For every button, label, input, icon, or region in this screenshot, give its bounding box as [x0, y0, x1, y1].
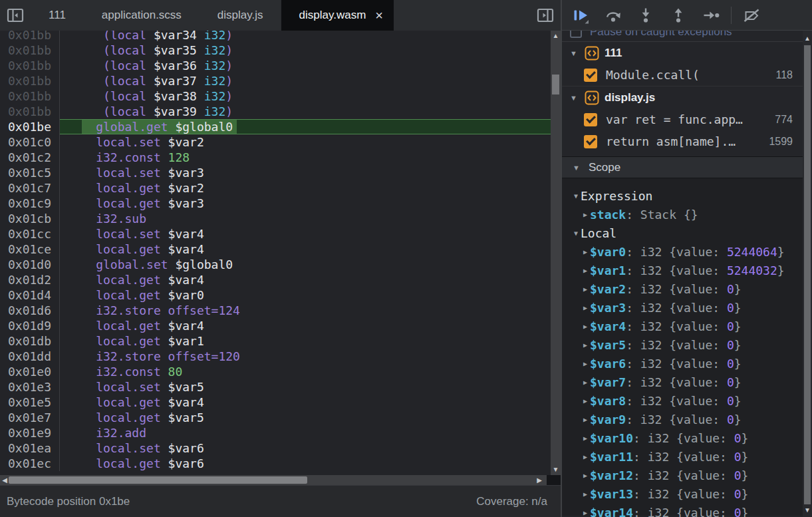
- breakpoint-entry[interactable]: Module.ccall(118: [562, 64, 803, 86]
- scroll-up-icon[interactable]: ▲: [551, 32, 561, 39]
- scope-variable-row[interactable]: ▶$var4: i32 {value: 0}: [562, 317, 803, 335]
- scroll-right-icon[interactable]: ▶: [536, 476, 543, 484]
- scope-section-header[interactable]: ▼ Scope: [562, 156, 803, 178]
- scope-variable-row[interactable]: ▶$var3: i32 {value: 0}: [562, 298, 803, 317]
- bytecode-address[interactable]: 0x01cc: [0, 226, 60, 242]
- scroll-down-icon[interactable]: ▼: [551, 466, 561, 473]
- scrollbar-thumb[interactable]: [9, 476, 307, 484]
- variable-value-suffix: }: [734, 413, 742, 427]
- bytecode-address[interactable]: 0x01c9: [0, 196, 60, 211]
- scrollbar-thumb[interactable]: [552, 75, 559, 94]
- step-out-button[interactable]: [668, 5, 689, 26]
- tab-label: application.scss: [102, 9, 182, 22]
- scope-variable-row[interactable]: ▶$var11: i32 {value: 0}: [562, 447, 803, 466]
- instruction: i32.add: [60, 425, 551, 440]
- breakpoint-file-header[interactable]: ▼display.js: [562, 86, 803, 108]
- tab-111[interactable]: 111: [31, 0, 84, 31]
- bytecode-address[interactable]: 0x01ec: [0, 456, 60, 471]
- code-line: 0x01ec local.get $var6: [0, 456, 551, 471]
- bytecode-address[interactable]: 0x01dd: [0, 349, 60, 364]
- variable-value-suffix: }: [734, 375, 742, 389]
- scroll-up-icon[interactable]: ▲: [803, 35, 812, 42]
- scope-section-expression[interactable]: ▼Expression: [562, 186, 803, 205]
- scope-variable-row[interactable]: ▶$var14: i32 {value: 0}: [562, 503, 803, 517]
- tab-application.scss[interactable]: application.scss: [84, 0, 200, 31]
- variable-value-number: 0: [727, 357, 734, 371]
- scope-variable-row[interactable]: ▶$var0: i32 {value: 5244064}: [562, 242, 803, 261]
- chevron-down-icon: ▼: [571, 192, 581, 200]
- deactivate-breakpoints-button[interactable]: [741, 5, 762, 26]
- bytecode-address[interactable]: 0x01d4: [0, 287, 60, 303]
- scope-variable-row[interactable]: ▶$var5: i32 {value: 0}: [562, 335, 803, 354]
- step-button[interactable]: [700, 5, 722, 26]
- bytecode-address[interactable]: 0x01e0: [0, 364, 60, 379]
- bytecode-address[interactable]: 0x01bb: [0, 88, 60, 104]
- checkbox-unchecked-icon[interactable]: [570, 31, 582, 38]
- scroll-down-icon[interactable]: ▼: [803, 506, 812, 514]
- scope-variable-row[interactable]: ▶$var13: i32 {value: 0}: [562, 484, 803, 503]
- breakpoint-entry[interactable]: return asm[name].…1599: [562, 130, 803, 152]
- scope-variable-row[interactable]: ▶$var1: i32 {value: 5244032}: [562, 261, 803, 279]
- close-icon[interactable]: ×: [375, 9, 383, 22]
- scope-title: Scope: [589, 161, 620, 174]
- code-line: 0x01db local.get $var1: [0, 333, 551, 349]
- bytecode-address[interactable]: 0x01c7: [0, 180, 60, 196]
- pause-on-caught-exceptions-row[interactable]: Pause on caught exceptions: [562, 31, 803, 42]
- bytecode-address[interactable]: 0x01e7: [0, 410, 60, 425]
- breakpoint-checkbox-checked[interactable]: [584, 113, 597, 126]
- scope-variable-row[interactable]: ▶$var10: i32 {value: 0}: [562, 429, 803, 447]
- tab-display.js[interactable]: display.js: [200, 0, 281, 31]
- bytecode-address[interactable]: 0x01e9: [0, 425, 60, 440]
- bytecode-address[interactable]: 0x01cb: [0, 211, 60, 226]
- bytecode-address[interactable]: 0x01c2: [0, 150, 60, 165]
- bytecode-address[interactable]: 0x01c5: [0, 165, 60, 180]
- instruction: i32.store offset=120: [60, 349, 551, 364]
- bytecode-address[interactable]: 0x01ce: [0, 242, 60, 257]
- tab-display.wasm[interactable]: display.wasm×: [281, 0, 394, 31]
- step-into-icon: [636, 6, 655, 25]
- bytecode-address[interactable]: 0x01d9: [0, 318, 60, 333]
- navigator-toggle-button[interactable]: [0, 0, 31, 31]
- bytecode-address[interactable]: 0x01d0: [0, 257, 60, 272]
- bytecode-address[interactable]: 0x01bb: [0, 104, 60, 119]
- bytecode-address[interactable]: 0x01db: [0, 333, 60, 349]
- bytecode-address[interactable]: 0x01bb: [0, 43, 60, 58]
- breakpoint-checkbox-checked[interactable]: [584, 69, 597, 82]
- bytecode-address[interactable]: 0x01ea: [0, 440, 60, 456]
- scroll-left-icon[interactable]: ◀: [1, 476, 8, 484]
- bytecode-address[interactable]: 0x01bb: [0, 73, 60, 88]
- scope-section-name: Expression: [581, 189, 652, 203]
- editor-vertical-scrollbar[interactable]: ▲ ▼: [551, 31, 561, 475]
- chevron-right-icon: ▶: [581, 509, 590, 516]
- scope-variable-row[interactable]: ▶$var12: i32 {value: 0}: [562, 466, 803, 484]
- scrollbar-thumb[interactable]: [804, 45, 811, 504]
- scope-variable-row[interactable]: ▶$var8: i32 {value: 0}: [562, 391, 803, 410]
- scope-variable-row[interactable]: ▶$var9: i32 {value: 0}: [562, 410, 803, 429]
- breakpoint-entry[interactable]: var ret = func.app…774: [562, 108, 803, 130]
- bytecode-address[interactable]: 0x01be: [0, 119, 60, 134]
- scope-variable-row[interactable]: ▶stack: Stack {}: [562, 205, 803, 224]
- bytecode-address[interactable]: 0x01e3: [0, 379, 60, 395]
- bytecode-address[interactable]: 0x01e5: [0, 395, 60, 410]
- chevron-right-icon: ▶: [581, 267, 590, 274]
- breakpoint-file-name: 111: [605, 47, 622, 60]
- sidebar-scrollbar[interactable]: ▲ ▼: [803, 31, 812, 517]
- variable-value-suffix: }: [734, 357, 742, 371]
- resume-script-button[interactable]: [570, 5, 591, 26]
- scope-variable-row[interactable]: ▶$var7: i32 {value: 0}: [562, 373, 803, 391]
- scope-variable-row[interactable]: ▶$var2: i32 {value: 0}: [562, 279, 803, 298]
- bytecode-address[interactable]: 0x01d6: [0, 303, 60, 318]
- chevron-right-icon: ▶: [581, 453, 590, 460]
- breakpoint-file-header[interactable]: ▼111: [562, 42, 803, 64]
- step-over-button[interactable]: [603, 5, 624, 26]
- bytecode-address[interactable]: 0x01bb: [0, 31, 60, 43]
- bytecode-address[interactable]: 0x01bb: [0, 58, 60, 73]
- bytecode-address[interactable]: 0x01d2: [0, 272, 60, 287]
- breakpoint-checkbox-checked[interactable]: [584, 135, 597, 148]
- scope-variable-row[interactable]: ▶$var6: i32 {value: 0}: [562, 354, 803, 373]
- bytecode-address[interactable]: 0x01c0: [0, 134, 60, 150]
- editor-horizontal-scrollbar[interactable]: ◀ ▶: [0, 475, 561, 485]
- debugger-sidebar-toggle-button[interactable]: [530, 0, 561, 31]
- scope-section-local[interactable]: ▼Local: [562, 224, 803, 242]
- step-into-button[interactable]: [635, 5, 656, 26]
